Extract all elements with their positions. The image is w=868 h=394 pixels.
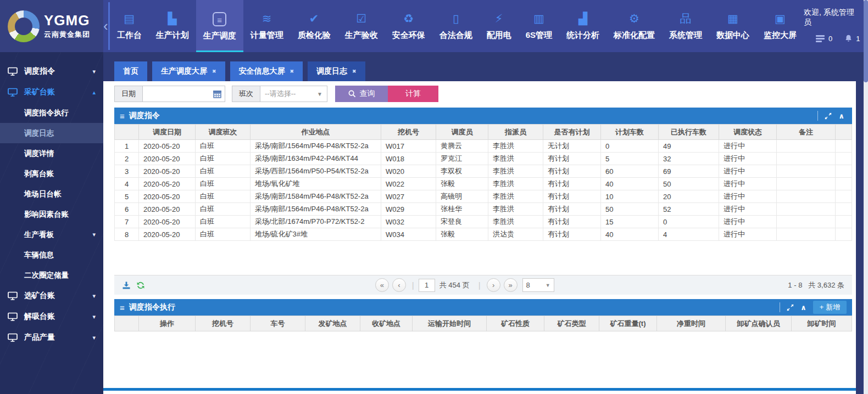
nav-item-data-center[interactable]: ▦数据中心 [709, 2, 756, 50]
table-row[interactable]: 22020-05-20白班采场/南部/1634m/P42-P46/KT44W01… [115, 153, 852, 165]
collapse-panel-icon[interactable]: ∧ [800, 303, 806, 312]
sidebar-item-mining-ledger[interactable]: 采矿台账▴ [0, 82, 103, 103]
nav-item-power-distribution[interactable]: ⚡配用电 [480, 2, 519, 50]
close-icon[interactable]: ✖ [212, 69, 216, 74]
table-row[interactable]: 12020-05-20白班采场/南部/1564m/P46-P48/KT52-2a… [115, 140, 852, 153]
collapse-panel-icon[interactable]: ∧ [838, 112, 844, 120]
table-row[interactable]: 32020-05-20白班采场/西部/1564m/P50-P54/KT52-2a… [115, 165, 852, 178]
table-cell: 堆场/硫化矿3#堆 [251, 228, 381, 241]
table-cell: 张毅 [436, 178, 488, 190]
calendar-icon[interactable] [213, 89, 222, 101]
sidebar-collapse-icon[interactable]: ‹ [103, 0, 108, 52]
first-page-button[interactable]: « [375, 278, 389, 292]
table-cell: 李胜洪 [488, 178, 543, 190]
chevron-down-icon: ▾ [92, 68, 96, 75]
table-cell [777, 228, 836, 241]
sidebar-item-dispatch-detail[interactable]: 调度详情 [0, 143, 103, 164]
nav-item-metering[interactable]: ≋计量管理 [243, 2, 291, 50]
table-cell: 0 [659, 216, 719, 228]
sidebar-item-stripping-ledger[interactable]: 剥离台账 [0, 164, 103, 184]
refresh-icon[interactable] [136, 281, 145, 290]
nav-item-production-dispatch[interactable]: ≡生产调度 [196, 0, 243, 52]
download-icon[interactable] [122, 281, 131, 290]
chevron-up-icon: ▴ [92, 89, 96, 96]
table-cell: 20 [659, 190, 719, 203]
nav-item-monitor-screen[interactable]: ▣监控大屏 [756, 2, 804, 50]
table-cell: 1 [115, 140, 139, 153]
nav-item-quality-inspection[interactable]: ✔质检化验 [291, 2, 338, 50]
horizontal-scrollbar[interactable] [103, 388, 856, 391]
table-cell: 李胜洪 [488, 165, 543, 178]
table-cell: 69 [659, 165, 719, 178]
nav-item-statistics[interactable]: ▟统计分析 [559, 2, 607, 50]
table-row[interactable]: 72020-05-20白班采场/北部/1674m/P70-P72/KT52-2W… [115, 216, 852, 228]
table-cell: 李胜洪 [488, 140, 543, 153]
expand-icon[interactable] [787, 304, 794, 311]
sidebar-item-product-output[interactable]: 产品产量▾ [0, 327, 103, 348]
column-header: 指派员 [488, 125, 543, 140]
nav-item-legal-compliance[interactable]: ▯合法合规 [432, 2, 480, 50]
last-page-button[interactable]: » [504, 278, 518, 292]
add-button[interactable]: + 新增 [813, 301, 847, 314]
nav-item-safety-environment[interactable]: ♻安全环保 [385, 2, 432, 50]
nav-item-6s-management[interactable]: ▥6S管理 [519, 2, 559, 50]
table-cell: 采场/南部/1564m/P46-P48/KT52-2a [251, 203, 381, 216]
vertical-scrollbar-thumb[interactable] [864, 0, 868, 82]
sidebar-item-dispatch-order-execution[interactable]: 调度指令执行 [0, 103, 103, 123]
table-cell [777, 153, 836, 165]
nav-item-standard-config[interactable]: ⚙标准化配置 [607, 2, 662, 50]
table-row[interactable]: 42020-05-20白班堆场/氧化矿堆W022张毅李胜洪有计划4050进行中 [115, 178, 852, 190]
nav-item-production-plan[interactable]: ▙生产计划 [149, 2, 196, 50]
page-size-select[interactable]: 8 ▼ [522, 278, 554, 292]
nav-item-system-management[interactable]: 品系统管理 [662, 2, 709, 50]
monitor-icon [8, 333, 19, 342]
sidebar-item-secondary-delineated-reserves[interactable]: 二次圈定储量 [0, 265, 103, 285]
nav-item-label: 质检化验 [298, 30, 331, 41]
shift-select[interactable]: --请选择-- ▼ [260, 86, 327, 102]
table-cell: 黄腾云 [436, 140, 488, 153]
tab-label: 调度日志 [316, 66, 347, 76]
sidebar-item-impact-factor-ledger[interactable]: 影响因素台账 [0, 204, 103, 224]
sidebar-item-desorption-ledger[interactable]: 解吸台账▾ [0, 306, 103, 327]
badge-alerts[interactable]: 1 [844, 34, 860, 43]
table-row[interactable]: 52020-05-20白班采场/南部/1584m/P46-P48/KT52-2a… [115, 190, 852, 203]
sidebar-item-beneficiation-ledger[interactable]: 选矿台账▾ [0, 285, 103, 306]
table-cell: W018 [381, 153, 436, 165]
sidebar-item-label: 剥离台账 [24, 169, 96, 179]
table-cell: 白班 [196, 165, 251, 178]
close-icon[interactable]: ✖ [352, 69, 357, 74]
prev-page-button[interactable]: ‹ [392, 278, 406, 292]
close-icon[interactable]: ✖ [290, 69, 294, 74]
sidebar-item-dispatch-log[interactable]: 调度日志 [0, 123, 103, 143]
tab-production-dispatch-screen[interactable]: 生产调度大屏✖ [152, 61, 225, 81]
table-cell: 高镜明 [436, 190, 488, 203]
table-cell: 进行中 [719, 140, 777, 153]
tab-safety-info-screen[interactable]: 安全信息大屏✖ [230, 61, 303, 81]
table-row[interactable]: 82020-05-20白班堆场/硫化矿3#堆W034张毅洪达贵有计划404进行中 [115, 228, 852, 241]
page-number-input[interactable] [419, 279, 435, 292]
sidebar-item-vehicle-info[interactable]: 车辆信息 [0, 245, 103, 265]
nav-item-production-acceptance[interactable]: ☑生产验收 [338, 2, 385, 50]
sidebar-item-dispatch-order[interactable]: 调度指令▾ [0, 61, 103, 82]
sidebar-item-production-board[interactable]: 生产看板▾ [0, 224, 103, 245]
tab-dispatch-log[interactable]: 调度日志✖ [308, 61, 365, 81]
date-input[interactable] [143, 86, 225, 102]
query-button[interactable]: 查询 [335, 86, 388, 102]
nav-item-label: 生产调度 [203, 31, 236, 41]
table-cell: 2020-05-20 [139, 140, 196, 153]
table-cell: 进行中 [719, 203, 777, 216]
vertical-scrollbar-track[interactable] [864, 0, 868, 394]
sidebar-item-label: 二次圈定储量 [24, 271, 96, 280]
table-cell: W017 [381, 140, 436, 153]
nav-item-workbench[interactable]: ▤工作台 [110, 2, 149, 50]
badge-tasks[interactable]: 0 [816, 35, 832, 43]
sidebar-item-stockyard-daily-ledger[interactable]: 堆场日台帐 [0, 184, 103, 204]
table-cell: 2020-05-20 [139, 165, 196, 178]
calculate-button[interactable]: 计算 [388, 86, 438, 102]
table-cell [777, 165, 836, 178]
table-row[interactable]: 62020-05-20白班采场/南部/1564m/P46-P48/KT52-2a… [115, 203, 852, 216]
tab-home[interactable]: 首页 [114, 61, 147, 81]
expand-icon[interactable] [825, 112, 832, 120]
table-cell: 进行中 [719, 228, 777, 241]
next-page-button[interactable]: › [487, 278, 500, 292]
